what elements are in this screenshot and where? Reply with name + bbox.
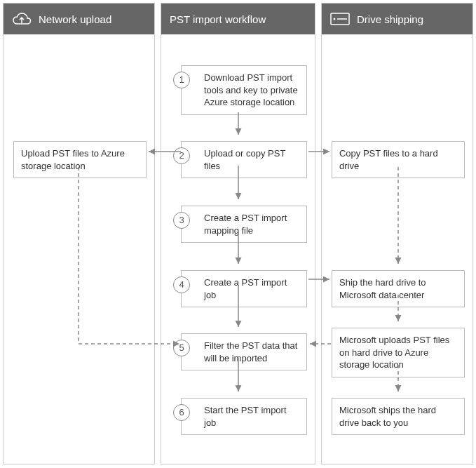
column-header-mid: PST import workflow (161, 4, 315, 34)
step-text: Start the PST import job (204, 405, 287, 428)
step-text: Create a PST import job (204, 277, 287, 300)
cloud-upload-icon (12, 11, 32, 27)
step-number-1: 1 (173, 72, 190, 88)
column-drive-shipping: Drive shipping Copy PST files to a hard … (321, 3, 473, 464)
box-text: Ship the hard drive to Microsoft data ce… (339, 277, 426, 300)
step-3: 3 Create a PST import mapping file (181, 206, 307, 243)
step-text: Upload or copy PST files (204, 148, 285, 171)
column-title-right: Drive shipping (357, 13, 423, 25)
box-text: Copy PST files to a hard drive (339, 148, 438, 171)
svg-point-1 (333, 18, 335, 20)
step-2: 2 Upload or copy PST files (181, 141, 307, 178)
box-upload-pst-azure: Upload PST files to Azure storage locati… (13, 141, 147, 178)
column-header-left: Network upload (4, 4, 154, 34)
step-number-4: 4 (173, 276, 190, 293)
box-text: Microsoft ships the hard drive back to y… (339, 405, 436, 428)
box-ms-ships-back: Microsoft ships the hard drive back to y… (332, 398, 465, 435)
column-title-mid: PST import workflow (170, 13, 266, 25)
step-5: 5 Filter the PST data that will be impor… (181, 333, 307, 370)
step-1: 1 Download PST import tools and key to p… (181, 65, 307, 115)
step-text: Create a PST import mapping file (204, 213, 287, 236)
step-number-6: 6 (173, 404, 190, 421)
step-text: Download PST import tools and key to pri… (204, 72, 298, 107)
box-text: Microsoft uploads PST files on hard driv… (339, 335, 449, 370)
step-number-5: 5 (173, 340, 190, 356)
box-copy-pst-hard-drive: Copy PST files to a hard drive (332, 141, 465, 178)
column-header-right: Drive shipping (322, 4, 472, 34)
step-6: 6 Start the PST import job (181, 398, 307, 435)
step-4: 4 Create a PST import job (181, 270, 307, 307)
box-ms-uploads-pst: Microsoft uploads PST files on hard driv… (332, 328, 465, 377)
column-title-left: Network upload (39, 13, 111, 25)
step-number-2: 2 (173, 147, 190, 164)
box-text: Upload PST files to Azure storage locati… (21, 148, 125, 171)
column-network-upload: Network upload Upload PST files to Azure… (3, 3, 155, 464)
step-number-3: 3 (173, 212, 190, 229)
step-text: Filter the PST data that will be importe… (204, 340, 297, 363)
diagram-container: Network upload Upload PST files to Azure… (0, 0, 476, 467)
column-pst-workflow: PST import workflow 1 Download PST impor… (161, 3, 315, 464)
hard-drive-icon (330, 13, 350, 25)
box-ship-hard-drive: Ship the hard drive to Microsoft data ce… (332, 270, 465, 307)
